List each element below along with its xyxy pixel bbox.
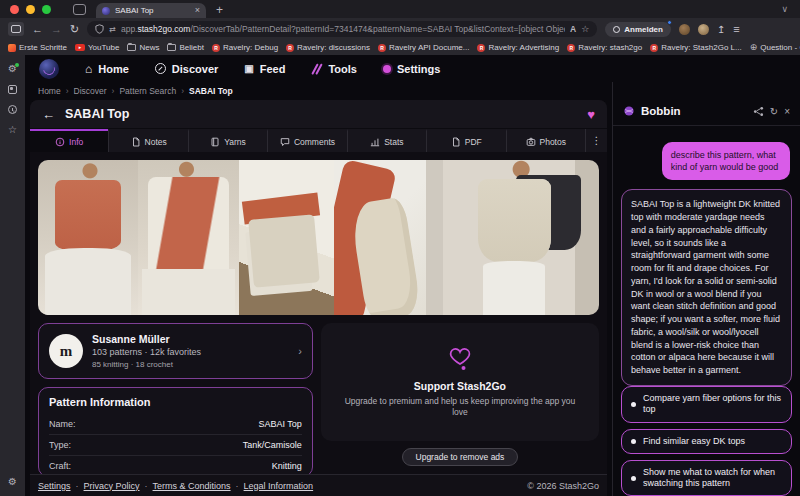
nav-settings[interactable]: Settings (383, 63, 440, 75)
support-ad-card: Support Stash2Go Upgrade to premium and … (321, 323, 599, 441)
home-icon: ⌂ (85, 63, 92, 75)
back-button[interactable]: ← (32, 24, 43, 35)
designer-avatar: m (49, 334, 83, 368)
window-controls (10, 0, 51, 18)
reading-list-icon[interactable] (8, 85, 17, 94)
pattern-photo-gallery[interactable] (38, 160, 599, 315)
sidebar-toggle-icon[interactable] (8, 22, 24, 36)
footer-link-privacy[interactable]: Privacy Policy (71, 481, 140, 491)
footer-link-settings[interactable]: Settings (38, 481, 71, 491)
bookmark-item[interactable]: RRavelry API Docume... (378, 43, 469, 52)
ravelry-icon: R (378, 44, 386, 52)
address-bar[interactable]: ⇄ app.stash2go.com/DiscoverTab/PatternDe… (87, 21, 597, 37)
url-text: app.stash2go.com/DiscoverTab/PatternDeta… (121, 24, 565, 34)
pattern-photo-detail[interactable] (334, 160, 426, 315)
site-info-shield-icon[interactable] (95, 24, 104, 34)
tabs-overflow-kebab-icon[interactable]: ⋮ (585, 129, 607, 152)
ravelry-icon: R (650, 44, 658, 52)
suggestion-chip[interactable]: Show me what to watch for when swatching… (621, 460, 792, 496)
new-tab-button[interactable]: + (216, 4, 223, 16)
camera-icon (526, 137, 536, 147)
folder-icon (127, 44, 136, 51)
split-view-icon[interactable]: ⇄ (109, 25, 116, 34)
forward-button[interactable]: → (51, 24, 62, 35)
suggestion-chip[interactable]: Compare yarn fiber options for this top (621, 386, 792, 423)
bookmark-star-icon[interactable]: ☆ (581, 24, 589, 34)
tab-info[interactable]: Info (30, 129, 108, 152)
nav-home[interactable]: ⌂Home (85, 63, 129, 75)
breadcrumb-home[interactable]: Home (38, 86, 61, 96)
needles-icon (311, 63, 322, 74)
support-title: Support Stash2Go (414, 380, 506, 392)
share-chat-icon[interactable] (753, 106, 764, 117)
pdf-icon (451, 137, 461, 147)
tab-overview-icon[interactable] (73, 4, 86, 15)
support-heart-icon (448, 346, 472, 372)
tab-close-icon[interactable]: × (195, 6, 200, 15)
favorite-heart-icon[interactable]: ♥ (587, 108, 595, 121)
history-icon[interactable] (8, 105, 17, 114)
bookmark-item[interactable]: RRavelry: discussions (286, 43, 370, 52)
zoom-window-button[interactable] (42, 5, 51, 14)
translate-icon[interactable]: A (570, 24, 576, 34)
nav-feed[interactable]: ▣Feed (244, 63, 285, 75)
tab-photos[interactable]: Photos (506, 129, 585, 152)
breadcrumb-pattern-search[interactable]: Pattern Search (119, 86, 176, 96)
bookmark-item[interactable]: RRavelry: stash2go (567, 43, 642, 52)
back-arrow-icon[interactable]: ← (42, 108, 55, 121)
ravelry-icon: R (286, 44, 294, 52)
pattern-photo-mirror-selfie[interactable] (426, 160, 599, 315)
pattern-photo-flatlay[interactable] (239, 160, 334, 315)
suggestion-chips: Compare yarn fiber options for this top … (621, 386, 792, 496)
tab-stats[interactable]: Stats (347, 129, 426, 152)
footer-link-legal[interactable]: Legal Information (231, 481, 314, 491)
minimize-window-button[interactable] (26, 5, 35, 14)
profile-avatar-2[interactable] (698, 24, 709, 35)
bullet-icon (631, 439, 636, 444)
page-title: SABAI Top (65, 107, 577, 121)
nav-discover[interactable]: Discover (155, 63, 218, 75)
page-header: ← SABAI Top ♥ (30, 100, 607, 128)
bookmarks-rail-icon[interactable]: ☆ (8, 125, 17, 135)
profile-avatar-1[interactable] (679, 24, 690, 35)
tab-notes[interactable]: Notes (108, 129, 187, 152)
pattern-photo-terracotta-front[interactable] (38, 160, 138, 315)
bookmark-item[interactable]: RRavelry: Advertising (477, 43, 559, 52)
tab-yarns[interactable]: Yarns (188, 129, 267, 152)
bookmark-item[interactable]: Erste Schritte (8, 43, 67, 52)
getting-started-icon (8, 44, 16, 52)
designer-card[interactable]: m Susanne Müller 103 patterns · 12k favo… (38, 323, 313, 379)
refresh-chat-icon[interactable]: ↻ (770, 107, 778, 117)
pattern-photo-blazer[interactable] (138, 160, 240, 315)
footer-link-terms[interactable]: Terms & Conditions (140, 481, 231, 491)
bookmark-item[interactable]: ▸YouTube (75, 43, 119, 52)
bookmark-item[interactable]: Beliebt (167, 43, 203, 52)
browser-tab[interactable]: SABAI Top × (96, 3, 206, 18)
tab-favicon (102, 7, 110, 15)
bookmark-item[interactable]: News (127, 43, 159, 52)
extension-gear-icon[interactable]: ⚙ (8, 64, 17, 74)
support-subtitle: Upgrade to premium and help us keep impr… (337, 396, 583, 418)
bookmark-item[interactable]: RRavelry: Stash2Go L... (650, 43, 741, 52)
nav-tools[interactable]: Tools (311, 63, 357, 75)
bookmarks-bar: Erste Schritte ▸YouTube News Beliebt RRa… (0, 40, 800, 55)
browser-menu-icon[interactable]: ≡ (733, 23, 739, 35)
bobbin-sidebar: Bobbin ↻ × describe this pattern, what k… (612, 82, 800, 496)
breadcrumb-discover[interactable]: Discover (74, 86, 107, 96)
feed-icon: ▣ (244, 64, 253, 74)
suggestion-chip[interactable]: Find similar easy DK tops (621, 429, 792, 454)
close-window-button[interactable] (10, 5, 19, 14)
upgrade-button[interactable]: Upgrade to remove ads (402, 448, 519, 466)
bookmark-item[interactable]: RRavelry: Debug (212, 43, 278, 52)
share-icon[interactable]: ↥ (717, 24, 725, 35)
reload-button[interactable]: ↻ (70, 24, 79, 35)
tab-comments[interactable]: Comments (267, 129, 346, 152)
settings-gear-icon[interactable]: ⚙ (8, 477, 17, 496)
signin-button[interactable]: Anmelden (605, 22, 671, 37)
designer-stats: 103 patterns · 12k favorites (92, 347, 289, 357)
stash2go-logo[interactable] (39, 59, 59, 79)
tab-search-chevron-icon[interactable]: ∨ (781, 4, 788, 18)
tab-pdf[interactable]: PDF (426, 129, 505, 152)
bookmark-item[interactable]: ⊕Question - OAuth Q... (750, 43, 800, 52)
close-sidebar-icon[interactable]: × (784, 107, 790, 117)
